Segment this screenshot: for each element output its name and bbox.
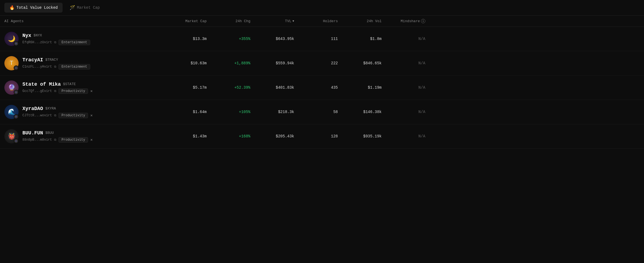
agent-name: BUU.FUN [22, 130, 43, 136]
agent-meta-row: Gcc7Qf...gEvirt ⧉ Productivity ✕ [22, 88, 93, 94]
col-tvl[interactable]: TVL ▼ [250, 19, 294, 23]
agent-address: Gcc7Qf...gEvirt [22, 89, 52, 93]
agent-tag[interactable]: Productivity [58, 88, 88, 94]
chg24h-value: +355% [207, 37, 250, 41]
agent-cell: 🌙 ≡ Nyx $NYX EfqR6H...zUvirt ⧉ Entertain… [4, 32, 163, 46]
agent-info: State of Mika $STATE Gcc7Qf...gEvirt ⧉ P… [22, 82, 93, 94]
table-row[interactable]: 👹 ≡ BUU.FUN $BUU 88n8pB...m8virt ⧉ Produ… [0, 124, 644, 149]
mindshare-value: N/A [382, 85, 425, 90]
copy-icon[interactable]: ⧉ [54, 41, 56, 44]
avatar-wrap: 👹 ≡ [4, 129, 19, 143]
agent-tag[interactable]: Productivity [58, 137, 88, 143]
vol24h-value: $1.8m [338, 37, 382, 41]
agent-meta-row: EfqR6H...zUvirt ⧉ Entertainment [22, 40, 90, 45]
holders-value: 435 [294, 85, 338, 90]
mcap-tab-label: Market Cap [77, 5, 100, 10]
fire-icon: 🔥 [9, 5, 15, 10]
agent-meta-row: 88n8pB...m8virt ⧉ Productivity ✕ [22, 137, 93, 143]
chg24h-value: +105% [207, 110, 250, 114]
vol24h-value: $935.19k [338, 134, 382, 138]
agent-name: Nyx [22, 33, 31, 38]
chg24h-value: +168% [207, 134, 250, 138]
agent-cell: 🌊 ≡ XyraDAO $XYRA CJTttR...wovirt ⧉ Prod… [4, 105, 163, 119]
agent-address: EfqR6H...zUvirt [22, 41, 52, 44]
wand-icon: 🪄 [70, 5, 75, 10]
col-vol: 24h Vol [338, 19, 382, 23]
vol24h-value: $1.19m [338, 85, 382, 90]
mindshare-value: N/A [382, 134, 425, 138]
copy-icon[interactable]: ⧉ [54, 65, 56, 68]
agent-name-row: State of Mika $STATE [22, 82, 93, 87]
holders-value: 111 [294, 37, 338, 41]
market-cap-value: $1.64m [163, 110, 207, 114]
agent-ticker: $TRACY [45, 58, 58, 62]
agent-name-row: BUU.FUN $BUU [22, 130, 93, 136]
mcap-tab[interactable]: 🪄 Market Cap [65, 3, 105, 13]
vol24h-value: $146.38k [338, 110, 382, 114]
avatar-badge: ≡ [14, 138, 19, 143]
tvl-value: $643.95k [250, 37, 294, 41]
agent-cell: T ≡ TracyAI $TRACY C1nzFL...yHvirt ⧉ Ent… [4, 56, 163, 70]
avatar-wrap: T ≡ [4, 56, 19, 70]
col-mcap: Market Cap [163, 19, 207, 23]
table-header: AI Agents Market Cap 24h Chg TVL ▼ Holde… [0, 16, 644, 27]
copy-icon[interactable]: ⧉ [54, 114, 56, 117]
agent-info: TracyAI $TRACY C1nzFL...yHvirt ⧉ Enterta… [22, 57, 90, 70]
chg24h-value: +52.39% [207, 85, 250, 90]
market-cap-value: $13.3m [163, 37, 207, 41]
mindshare-value: N/A [382, 110, 425, 114]
table-row[interactable]: 🌊 ≡ XyraDAO $XYRA CJTttR...wovirt ⧉ Prod… [0, 100, 644, 124]
mindshare-value: N/A [382, 37, 425, 41]
avatar-wrap: 🌙 ≡ [4, 32, 19, 46]
agent-name-row: XyraDAO $XYRA [22, 106, 93, 111]
agent-address: CJTttR...wovirt [22, 114, 52, 117]
holders-value: 222 [294, 61, 338, 65]
table-row[interactable]: 🔮 ≡ State of Mika $STATE Gcc7Qf...gEvirt… [0, 76, 644, 100]
mindshare-value: N/A [382, 61, 425, 65]
table-row[interactable]: T ≡ TracyAI $TRACY C1nzFL...yHvirt ⧉ Ent… [0, 51, 644, 76]
x-icon[interactable]: ✕ [90, 137, 92, 142]
col-holders: Holders [294, 19, 338, 23]
agent-name-row: TracyAI $TRACY [22, 57, 90, 63]
col-agent: AI Agents [4, 19, 163, 23]
tvl-value: $218.3k [250, 110, 294, 114]
agent-name: State of Mika [22, 82, 61, 87]
tvl-value: $205.43k [250, 134, 294, 138]
avatar-wrap: 🔮 ≡ [4, 80, 19, 95]
agent-name: XyraDAO [22, 106, 43, 111]
copy-icon[interactable]: ⧉ [54, 138, 56, 141]
col-mindshare: Mindshare i [382, 19, 425, 23]
holders-value: 58 [294, 110, 338, 114]
x-icon[interactable]: ✕ [90, 89, 92, 93]
tvl-tab-label: Total Value Locked [16, 5, 58, 10]
tvl-value: $401.83k [250, 85, 294, 90]
agent-meta-row: C1nzFL...yHvirt ⧉ Entertainment [22, 64, 90, 70]
mindshare-info-icon[interactable]: i [421, 19, 425, 23]
vol24h-value: $846.65k [338, 61, 382, 65]
agent-tag[interactable]: Entertainment [58, 64, 90, 70]
agent-info: XyraDAO $XYRA CJTttR...wovirt ⧉ Producti… [22, 106, 93, 118]
table-row[interactable]: 🌙 ≡ Nyx $NYX EfqR6H...zUvirt ⧉ Entertain… [0, 27, 644, 51]
market-cap-value: $1.43m [163, 134, 207, 138]
avatar-badge: ≡ [14, 90, 19, 95]
agent-name-row: Nyx $NYX [22, 33, 90, 38]
tvl-tab[interactable]: 🔥 Total Value Locked [4, 3, 63, 13]
tvl-value: $559.94k [250, 61, 294, 65]
agent-ticker: $BUU [45, 131, 54, 135]
agent-ticker: $STATE [63, 82, 76, 86]
agent-name: TracyAI [22, 57, 43, 63]
agent-address: C1nzFL...yHvirt [22, 65, 52, 69]
agent-ticker: $NYX [33, 33, 42, 37]
market-cap-value: $5.17m [163, 85, 207, 90]
top-tabs: 🔥 Total Value Locked 🪄 Market Cap [0, 0, 644, 16]
agent-tag[interactable]: Entertainment [58, 40, 90, 45]
copy-icon[interactable]: ⧉ [54, 89, 56, 93]
agent-address: 88n8pB...m8virt [22, 138, 52, 142]
x-icon[interactable]: ✕ [90, 113, 92, 118]
agent-info: Nyx $NYX EfqR6H...zUvirt ⧉ Entertainment [22, 33, 90, 45]
col-chg: 24h Chg [207, 19, 250, 23]
agent-tag[interactable]: Productivity [58, 113, 88, 118]
avatar-badge: ≡ [14, 65, 19, 70]
table-body: 🌙 ≡ Nyx $NYX EfqR6H...zUvirt ⧉ Entertain… [0, 27, 644, 149]
agent-cell: 👹 ≡ BUU.FUN $BUU 88n8pB...m8virt ⧉ Produ… [4, 129, 163, 143]
